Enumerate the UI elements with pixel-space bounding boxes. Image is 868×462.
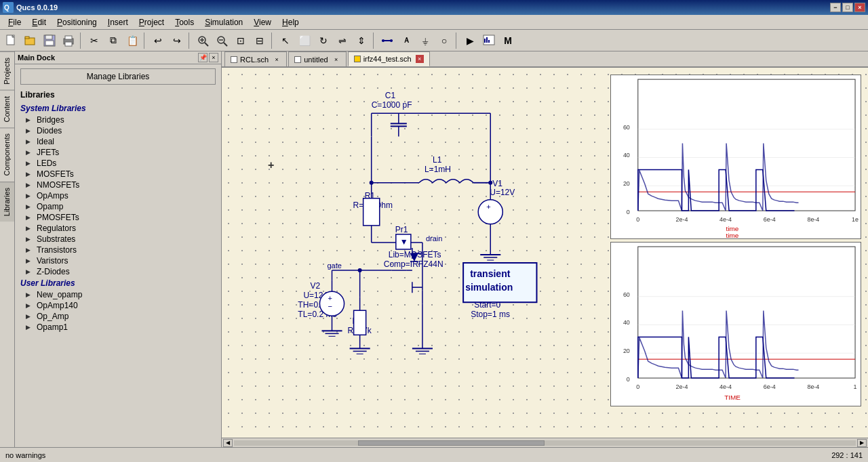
tab-close-button[interactable]: × [273, 56, 281, 64]
zoom-all-button[interactable]: ⊟ [251, 32, 269, 49]
schematic-canvas[interactable]: C1 C=1000 pF L1 L=1mH R1 R=50 Ohm [222, 68, 868, 438]
svg-rect-89 [638, 79, 855, 211]
menu-view[interactable]: View [248, 16, 277, 28]
toolbar-sep-4 [271, 33, 274, 49]
tab-bar: RCL.sch × untitled × irfz44_test.sch × [222, 51, 868, 68]
menu-simulation[interactable]: Simulation [199, 16, 248, 28]
svg-text:8e-4: 8e-4 [807, 216, 819, 223]
label-button[interactable]: Ａ [397, 32, 415, 49]
manage-libraries-button[interactable]: Manage Libraries [20, 68, 216, 85]
sidebar-tab-content[interactable]: Content [0, 90, 14, 128]
expand-arrow: ▶ [26, 236, 34, 243]
minimize-button[interactable]: − [830, 3, 841, 12]
tree-item-label: Regulators [37, 224, 76, 233]
expand-arrow: ▶ [26, 302, 34, 309]
copy-button[interactable]: ⧉ [104, 32, 122, 49]
tree-item-nmosfets[interactable]: ▶ NMOSFETs [15, 180, 221, 190]
menu-tools[interactable]: Tools [170, 16, 199, 28]
save-button[interactable] [41, 32, 58, 49]
open-button[interactable] [22, 32, 39, 49]
tree-item-opamp1[interactable]: ▶ Opamp1 [15, 322, 221, 333]
rotate-button[interactable]: ↻ [315, 32, 332, 49]
tab-close-button[interactable]: × [332, 56, 340, 64]
calc-button[interactable]: M [499, 32, 517, 49]
expand-arrow: ▶ [26, 138, 34, 145]
tree-item-transistors[interactable]: ▶ Transistors [15, 245, 221, 255]
tree-item-regulators[interactable]: ▶ Regulators [15, 223, 221, 234]
window-controls[interactable]: − □ × [830, 3, 865, 12]
tree-item-substrates[interactable]: ▶ Substrates [15, 234, 221, 245]
panel-close-button[interactable]: × [209, 53, 218, 62]
maximize-button[interactable]: □ [842, 3, 853, 12]
wire-button[interactable] [378, 32, 396, 49]
tree-item-z-diodes[interactable]: ▶ Z-Diodes [15, 266, 221, 277]
panel-header: Main Dock 📌 × [15, 51, 221, 64]
zoom-fit-button[interactable]: ⊡ [232, 32, 250, 49]
undo-button[interactable]: ↩ [149, 32, 167, 49]
zoom-out-button[interactable] [213, 32, 231, 49]
panel-title: Main Dock [18, 54, 55, 62]
tree-item-diodes[interactable]: ▶ Diodes [15, 125, 221, 136]
mirror-y-button[interactable]: ⇕ [353, 32, 370, 49]
tree-item-opamps[interactable]: ▶ OpAmps [15, 190, 221, 201]
chart-2: xyce/tran.V(GATE) xyce/tran.V(DRAIN) 0 2… [610, 242, 861, 406]
tab-untitled[interactable]: untitled × [288, 51, 346, 66]
menu-project[interactable]: Project [134, 16, 170, 28]
cut-button[interactable]: ✂ [85, 32, 103, 49]
svg-text:40: 40 [623, 319, 630, 326]
canvas-hscrollbar[interactable]: ◀ ▶ [222, 438, 868, 447]
redo-button[interactable]: ↪ [168, 32, 186, 49]
l1-label: L1 [433, 155, 442, 165]
charts-area: ngspice/tran.v(gate) ngspice/tran.v(drai… [610, 75, 861, 406]
tree-item-leds[interactable]: ▶ LEDs [15, 158, 221, 169]
tree-item-opamp[interactable]: ▶ Opamp [15, 201, 221, 212]
svg-point-20 [382, 39, 384, 42]
svg-line-13 [205, 43, 208, 46]
panel-pin-button[interactable]: 📌 [198, 53, 208, 62]
system-libraries-label: System Libraries [20, 104, 86, 113]
simulate-button[interactable]: ▶ [461, 32, 479, 49]
tab-label: RCL.sch [240, 56, 269, 64]
tree-item-mosfets[interactable]: ▶ MOSFETs [15, 169, 221, 180]
menu-help[interactable]: Help [277, 16, 304, 28]
tab-rcl[interactable]: RCL.sch × [224, 51, 287, 66]
sidebar-tab-projects[interactable]: Projects [0, 51, 14, 90]
sidebar-tab-libraries[interactable]: Libraries [0, 182, 14, 222]
mirror-x-button[interactable]: ⇌ [334, 32, 351, 49]
sidebar-tab-components[interactable]: Components [0, 127, 14, 181]
scroll-track[interactable] [234, 440, 856, 446]
print-button[interactable] [60, 32, 77, 49]
port-button[interactable]: ○ [435, 32, 453, 49]
toolbar: ✂ ⧉ 📋 ↩ ↪ ⊡ ⊟ ↖ ⬜ ↻ ⇌ ⇕ Ａ ⏚ ○ ▶ M [0, 30, 868, 51]
select-button[interactable]: ↖ [277, 32, 294, 49]
tree-item-jfets[interactable]: ▶ JFETs [15, 147, 221, 158]
scroll-thumb[interactable] [358, 440, 545, 446]
scroll-left-button[interactable]: ◀ [223, 439, 233, 447]
zoom-area-button[interactable] [194, 32, 212, 49]
tree-item-bridges[interactable]: ▶ Bridges [15, 114, 221, 125]
tree-item-pmosfets[interactable]: ▶ PMOSFETs [15, 212, 221, 223]
app-icon: Q [3, 2, 14, 13]
tree-item-new-opamp[interactable]: ▶ New_opamp [15, 289, 221, 300]
tab-irfz44[interactable]: irfz44_test.sch × [348, 51, 430, 66]
view-data-button[interactable] [480, 32, 498, 49]
tree-item-ideal[interactable]: ▶ Ideal [15, 136, 221, 147]
panel-controls[interactable]: 📌 × [198, 53, 218, 62]
scroll-right-button[interactable]: ▶ [857, 439, 867, 447]
close-button[interactable]: × [854, 3, 865, 12]
menu-insert[interactable]: Insert [102, 16, 134, 28]
new-button[interactable] [3, 32, 20, 49]
tree-item-opamp140[interactable]: ▶ OpAmp140 [15, 300, 221, 311]
svg-text:40: 40 [623, 152, 630, 159]
menu-file[interactable]: File [3, 16, 26, 28]
menu-positioning[interactable]: Positioning [52, 16, 102, 28]
menu-edit[interactable]: Edit [26, 16, 52, 28]
c1-label: C1 [385, 91, 396, 100]
tree-item-op-amp[interactable]: ▶ Op_Amp [15, 311, 221, 322]
paste-button[interactable]: 📋 [123, 32, 141, 49]
tree-item-varistors[interactable]: ▶ Varistors [15, 255, 221, 266]
tab-close-button[interactable]: × [416, 55, 424, 63]
ground-button[interactable]: ⏚ [416, 32, 434, 49]
deselect-button[interactable]: ⬜ [296, 32, 313, 49]
t1-comp: Comp=IRFZ44N [384, 259, 443, 269]
